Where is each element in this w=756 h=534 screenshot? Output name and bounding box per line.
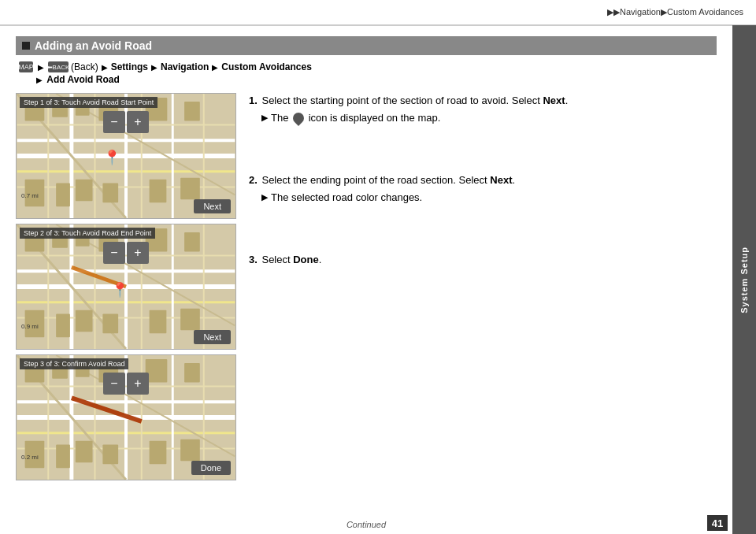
top-breadcrumb-bar: ▶▶Navigation▶Custom Avoidances [0, 0, 756, 25]
step-2-sub: ▶ The selected road color changes. [261, 190, 717, 206]
done-button[interactable]: Done [191, 461, 231, 475]
next-button-1[interactable]: Next [194, 199, 231, 213]
nav-path: MAP ▶ ⬅BACK (Back) ▶ Settings ▶ Navigati… [16, 61, 717, 85]
svg-rect-23 [76, 180, 93, 202]
back-label: (Back) [71, 61, 98, 72]
svg-rect-24 [102, 184, 118, 203]
nav-arrow-5: ▶ [36, 76, 43, 84]
map-screenshot-3: Step 3 of 3: Confirm Avoid Road [16, 354, 236, 480]
step-label-1: Step 1 of 3: Touch Avoid Road Start Poin… [20, 97, 158, 108]
step-3-body: Select Done. [261, 254, 321, 265]
nav-navigation: Navigation [161, 61, 209, 72]
nav-add-avoid-road: Add Avoid Road [46, 74, 119, 85]
main-content: Adding an Avoid Road MAP ▶ ⬅BACK (Back) … [0, 25, 732, 534]
pin-icon [291, 110, 306, 126]
svg-rect-54 [180, 309, 200, 331]
step-3-text: 3. Select Done. [249, 252, 717, 268]
svg-rect-78 [56, 445, 70, 469]
step-label-3: Step 3 of 3: Confirm Avoid Road [20, 358, 128, 369]
section-header: Adding an Avoid Road [16, 36, 717, 55]
svg-rect-53 [150, 310, 167, 334]
scale-bar-3: 0.2 mi [21, 454, 39, 461]
zoom-in-2: + [127, 242, 149, 264]
nav-custom-avoidances: Custom Avoidances [221, 61, 311, 72]
svg-rect-76 [184, 363, 200, 383]
continued-text: Continued [346, 520, 386, 529]
step-2-sub-text: The selected road color changes. [271, 190, 422, 206]
sidebar-tab-label: System Setup [739, 247, 749, 313]
map-pin-1: 📍 [103, 149, 120, 166]
svg-rect-52 [102, 314, 118, 334]
svg-rect-26 [180, 178, 200, 200]
scale-bar-2: 0.9 mi [21, 323, 39, 330]
zoom-out-3: − [103, 373, 125, 395]
svg-rect-50 [56, 314, 70, 338]
breadcrumb-text: ▶▶Navigation▶Custom Avoidances [607, 7, 743, 17]
nav-arrow-4: ▶ [212, 63, 218, 72]
content-columns: Step 1 of 3: Touch Avoid Road Start Poin… [16, 93, 717, 480]
svg-rect-22 [56, 184, 70, 207]
sub-arrow-2: ▶ [261, 191, 268, 204]
zoom-controls-3: − + [103, 373, 149, 395]
next-button-2[interactable]: Next [194, 330, 231, 344]
svg-rect-20 [184, 102, 200, 121]
section-icon [22, 42, 30, 50]
step-1-sub-text: The icon is displayed on the map. [271, 110, 440, 126]
nav-arrow-3: ▶ [151, 63, 158, 72]
step-label-2: Step 2 of 3: Touch Avoid Road End Point [20, 228, 155, 239]
svg-rect-48 [184, 232, 200, 252]
nav-arrow-2: ▶ [102, 63, 108, 72]
scale-bar-1: 0.7 mi [21, 192, 39, 199]
step-1-number: 1. [249, 95, 258, 106]
back-icon: ⬅BACK [48, 61, 69, 72]
zoom-in-1: + [127, 111, 149, 133]
step-2-number: 2. [249, 174, 258, 186]
step-2: 2. Select the ending point of the road s… [249, 172, 717, 205]
section-title: Adding an Avoid Road [35, 39, 152, 52]
sub-arrow-1: ▶ [261, 111, 268, 124]
footer-bar: Continued [0, 520, 732, 529]
nav-arrow-1: ▶ [38, 63, 44, 72]
step-2-body: Select the ending point of the road sect… [261, 174, 515, 186]
map-pin-2: 📍 [111, 281, 128, 299]
zoom-controls-1: − + [103, 111, 149, 133]
step-1-body: Select the starting point of the section… [261, 95, 568, 106]
svg-rect-25 [150, 180, 167, 203]
system-setup-sidebar: System Setup [732, 25, 756, 534]
svg-rect-80 [102, 445, 118, 465]
right-column: 1. Select the starting point of the sect… [249, 93, 717, 480]
svg-rect-82 [180, 439, 200, 462]
svg-rect-51 [76, 310, 93, 332]
step-1-sub: ▶ The icon is displayed on the map. [261, 110, 717, 126]
zoom-out-1: − [103, 111, 125, 133]
step-3: 3. Select Done. [249, 252, 717, 268]
zoom-out-2: − [103, 242, 125, 264]
step-1: 1. Select the starting point of the sect… [249, 93, 717, 125]
svg-rect-79 [76, 441, 93, 463]
zoom-controls-2: − + [103, 242, 149, 264]
svg-rect-81 [150, 441, 167, 465]
map-screenshot-1: Step 1 of 3: Touch Avoid Road Start Poin… [16, 93, 236, 219]
nav-settings: Settings [111, 61, 148, 72]
page-number: 41 [707, 515, 728, 531]
map-screenshot-2: Step 2 of 3: Touch Avoid Road End Point [16, 224, 236, 350]
step-3-number: 3. [249, 254, 258, 265]
step-2-text: 2. Select the ending point of the road s… [249, 172, 717, 188]
map-icon: MAP [19, 61, 33, 72]
zoom-in-3: + [127, 373, 149, 395]
left-column: Step 1 of 3: Touch Avoid Road Start Poin… [16, 93, 236, 480]
step-1-text: 1. Select the starting point of the sect… [249, 93, 717, 109]
